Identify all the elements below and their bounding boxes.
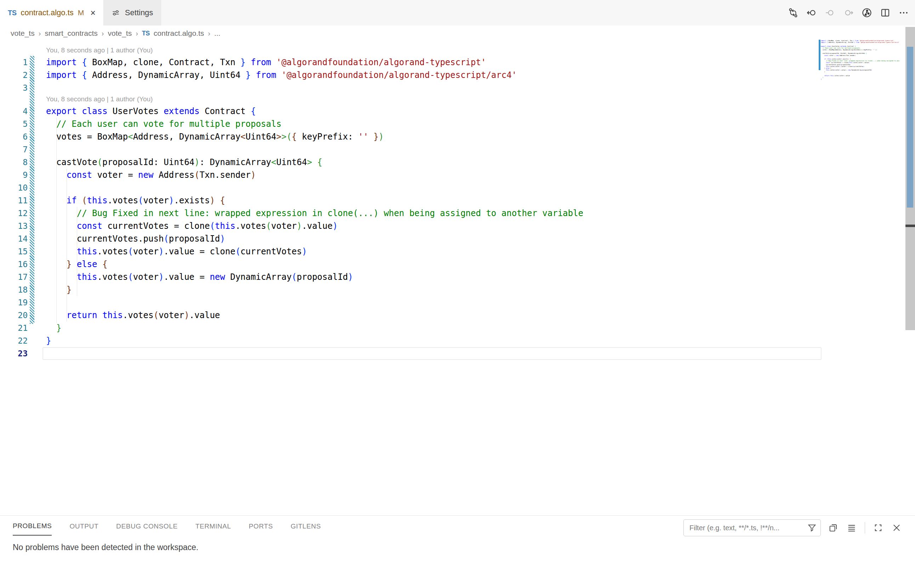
settings-sliders-icon [111, 8, 121, 17]
more-actions-icon[interactable] [898, 7, 909, 18]
bottom-panel: PROBLEMSOUTPUTDEBUG CONSOLETERMINALPORTS… [0, 515, 915, 588]
breadcrumb-separator: › [39, 29, 41, 37]
breadcrumb-item[interactable]: vote_ts [108, 29, 132, 37]
editor-action-toolbar [788, 0, 909, 26]
code-line-21[interactable]: 21 } [0, 321, 915, 334]
code-text: return this.votes(voter).value [46, 309, 220, 321]
line-number: 10 [0, 181, 27, 194]
code-line-12[interactable]: 12 // Bug Fixed in next line: wrapped ex… [0, 207, 915, 220]
line-number: 12 [0, 207, 27, 220]
code-line-8[interactable]: 8 castVote(proposalId: Uint64): DynamicA… [0, 156, 915, 169]
code-line-4[interactable]: 4export class UserVotes extends Contract… [0, 105, 915, 118]
line-number: 21 [0, 321, 27, 334]
breadcrumb: vote_ts›smart_contracts›vote_ts›TScontra… [11, 26, 220, 41]
code-text: import { Address, DynamicArray, Uint64 }… [46, 69, 516, 81]
line-number: 22 [0, 334, 27, 347]
line-number: 5 [0, 118, 27, 130]
code-line-11[interactable]: 11 if (this.votes(voter).exists) { [0, 194, 915, 207]
panel-tab-debug-console[interactable]: DEBUG CONSOLE [116, 517, 178, 536]
panel-tab-bar: PROBLEMSOUTPUTDEBUG CONSOLETERMINALPORTS… [13, 517, 321, 536]
tab-label: Settings [125, 8, 153, 17]
commit-graph-icon[interactable] [861, 7, 873, 18]
minimap[interactable]: import { BoxMap, clone, Contract, Txn } … [821, 40, 899, 84]
panel-tab-output[interactable]: OUTPUT [69, 517, 98, 536]
code-line-15[interactable]: 15 this.votes(voter).value = clone(curre… [0, 245, 915, 258]
line-number: 19 [0, 296, 27, 309]
code-line-22[interactable]: 22} [0, 334, 915, 347]
code-text: } [46, 334, 51, 347]
typescript-file-icon: TS [8, 9, 17, 17]
code-text: // Bug Fixed in next line: wrapped expre… [46, 207, 583, 220]
code-line-5[interactable]: 5 // Each user can vote for multiple pro… [0, 118, 915, 130]
breadcrumb-separator: › [102, 29, 104, 37]
code-line-9[interactable]: 9 const voter = new Address(Txn.sender) [0, 169, 915, 181]
line-number: 11 [0, 194, 27, 207]
tab-label: contract.algo.ts [21, 8, 74, 17]
maximize-panel-icon[interactable] [873, 522, 883, 533]
line-number: 16 [0, 258, 27, 271]
breadcrumb-item[interactable]: smart_contracts [45, 29, 97, 37]
code-line-6[interactable]: 6 votes = BoxMap<Address, DynamicArray<U… [0, 130, 915, 143]
code-text: castVote(proposalId: Uint64): DynamicArr… [46, 156, 322, 169]
breadcrumb-item[interactable]: vote_ts [11, 29, 35, 37]
filter-funnel-icon[interactable] [807, 523, 817, 533]
code-text: } else { [46, 258, 107, 271]
code-text: import { BoxMap, clone, Contract, Txn } … [46, 56, 486, 69]
code-line-18[interactable]: 18 } [0, 283, 915, 296]
panel-action-toolbar [828, 519, 902, 536]
typescript-file-icon: TS [142, 30, 150, 37]
panel-tab-problems[interactable]: PROBLEMS [13, 517, 52, 536]
split-editor-icon[interactable] [879, 7, 891, 18]
collapse-all-icon[interactable] [846, 522, 857, 533]
code-line-13[interactable]: 13 const currentVotes = clone(this.votes… [0, 220, 915, 233]
tab-settings[interactable]: Settings [104, 0, 161, 26]
breadcrumb-separator: › [136, 29, 138, 37]
code-line-7[interactable]: 7 [0, 143, 915, 156]
line-number: 17 [0, 271, 27, 283]
code-line-3[interactable]: 3 [0, 81, 915, 94]
line-number: 3 [0, 81, 27, 94]
code-line-16[interactable]: 16 } else { [0, 258, 915, 271]
code-text: this.votes(voter).value = clone(currentV… [46, 245, 307, 258]
code-text: const voter = new Address(Txn.sender) [46, 169, 256, 181]
code-line-20[interactable]: 20 return this.votes(voter).value [0, 309, 915, 321]
open-changes-icon[interactable] [788, 7, 799, 18]
editor-tab-bar: TS contract.algo.ts M × Settings [0, 0, 915, 26]
tab-contract-algo-ts[interactable]: TS contract.algo.ts M × [0, 0, 104, 26]
gitlens-codelens[interactable]: You, 8 seconds ago | 1 author (You) [0, 94, 915, 105]
code-text: this.votes(voter).value = new DynamicArr… [46, 271, 353, 283]
code-line-2[interactable]: 2import { Address, DynamicArray, Uint64 … [0, 69, 915, 81]
line-number: 1 [0, 56, 27, 69]
view-mode-icon[interactable] [828, 522, 839, 533]
code-text: } [46, 283, 71, 296]
previous-change-icon[interactable] [806, 7, 817, 18]
code-line-23[interactable]: 23 [0, 347, 915, 360]
breadcrumb-item[interactable]: ... [214, 29, 221, 37]
previous-change-disabled-icon [825, 7, 836, 18]
code-line-10[interactable]: 10 [0, 181, 915, 194]
close-panel-icon[interactable] [891, 522, 902, 533]
problems-filter-box [683, 519, 821, 536]
panel-tab-gitlens[interactable]: GITLENS [291, 517, 321, 536]
line-number: 18 [0, 283, 27, 296]
toolbar-separator [865, 522, 865, 533]
gitlens-codelens[interactable]: You, 8 seconds ago | 1 author (You) [0, 45, 915, 56]
current-line-highlight [42, 347, 821, 360]
panel-tab-ports[interactable]: PORTS [249, 517, 273, 536]
code-text: currentVotes.push(proposalId) [46, 233, 225, 245]
close-tab-icon[interactable]: × [90, 8, 95, 17]
overview-ruler-modified-decoration [907, 47, 913, 208]
overview-ruler-cursor-marker [905, 225, 915, 227]
code-text: if (this.votes(voter).exists) { [46, 194, 225, 207]
panel-tab-terminal[interactable]: TERMINAL [195, 517, 231, 536]
line-number: 7 [0, 143, 27, 156]
code-line-1[interactable]: 1import { BoxMap, clone, Contract, Txn }… [0, 56, 915, 69]
problems-filter-input[interactable] [689, 523, 806, 532]
breadcrumb-item[interactable]: contract.algo.ts [154, 29, 204, 37]
code-editor[interactable]: You, 8 seconds ago | 1 author (You)1impo… [0, 41, 915, 515]
code-line-19[interactable]: 19 [0, 296, 915, 309]
modified-badge: M [78, 8, 84, 17]
code-line-14[interactable]: 14 currentVotes.push(proposalId) [0, 233, 915, 245]
code-text: const currentVotes = clone(this.votes(vo… [46, 220, 338, 233]
code-line-17[interactable]: 17 this.votes(voter).value = new Dynamic… [0, 271, 915, 283]
